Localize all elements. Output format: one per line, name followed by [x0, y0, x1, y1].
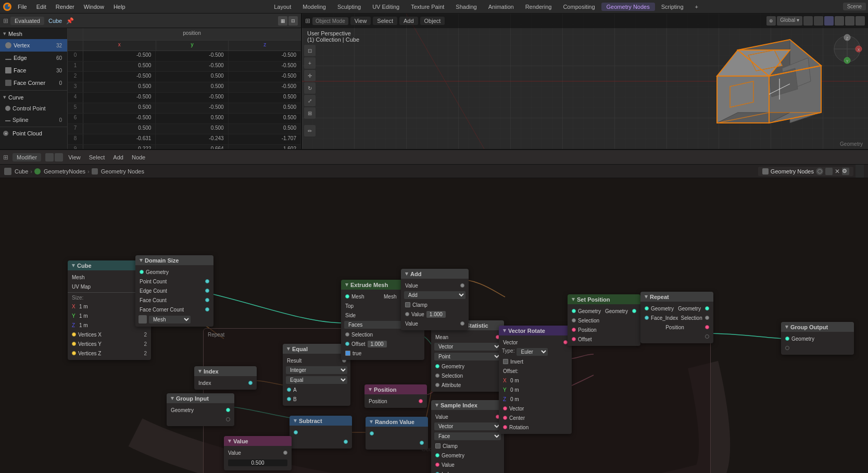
- ne-select-menu[interactable]: Select: [86, 153, 108, 161]
- viewport-navigation-gizmo[interactable]: Z X Y: [832, 33, 863, 65]
- node-attr-type2-dropdown[interactable]: Point: [434, 353, 501, 360]
- node-index[interactable]: ▾ Index Index: [194, 366, 257, 390]
- tab-geometry-nodes[interactable]: Geometry Nodes: [601, 3, 655, 11]
- ss-pin-btn[interactable]: 📌: [66, 17, 74, 24]
- mesh-item-edge[interactable]: Edge 60: [0, 52, 67, 64]
- mesh-item-face-corner[interactable]: Face Corner 0: [0, 77, 67, 89]
- curve-item-spline[interactable]: Spline 0: [0, 114, 67, 126]
- vp-xray-icon[interactable]: [856, 16, 865, 26]
- vp-transform-icon[interactable]: [814, 16, 823, 26]
- node-repeat[interactable]: ▾ Repeat Geometry Geometry Face_Index: [640, 292, 713, 343]
- vp-rotate-btn[interactable]: ↻: [304, 82, 316, 94]
- ne-collapse-btn[interactable]: [856, 165, 864, 178]
- menu-render[interactable]: Render: [52, 3, 79, 11]
- menu-help[interactable]: Help: [109, 3, 130, 11]
- tab-rendering[interactable]: Rendering: [520, 3, 557, 11]
- node-domain-size[interactable]: ▾ Domain Size Geometry Point Count: [135, 255, 213, 327]
- node-equal-op-dropdown[interactable]: Equal: [286, 376, 347, 384]
- tab-add[interactable]: +: [690, 3, 703, 11]
- node-add[interactable]: ▾ Add Value Add: [401, 269, 469, 330]
- tab-scripting[interactable]: Scripting: [656, 3, 689, 11]
- vp-select-box-btn[interactable]: ⊡: [304, 45, 316, 56]
- tab-texture-paint[interactable]: Texture Paint: [406, 3, 449, 11]
- ne-panel-settings[interactable]: ⚙: [842, 168, 849, 175]
- vertex-count: 32: [56, 43, 62, 48]
- node-equal[interactable]: ▾ Equal Result Integer: [283, 344, 350, 406]
- node-extrude-ind-check[interactable]: [345, 351, 350, 356]
- node-domain-mesh-dropdown[interactable]: Mesh: [149, 316, 191, 323]
- ne-modifier-dropdown[interactable]: Modifier: [12, 153, 41, 161]
- node-equal-type-dropdown[interactable]: Integer: [286, 366, 347, 374]
- vp-select-menu[interactable]: Select: [373, 17, 397, 25]
- node-extrude-offset-val[interactable]: 1.000: [368, 341, 387, 347]
- menu-file[interactable]: File: [14, 3, 31, 11]
- vp-object-menu[interactable]: Object: [420, 17, 445, 25]
- vp-transform-btn[interactable]: ⊞: [304, 107, 316, 119]
- vp-scale-btn[interactable]: ⤢: [304, 95, 316, 106]
- ne-node-menu[interactable]: Node: [129, 153, 148, 161]
- vp-cursor-btn[interactable]: +: [304, 57, 316, 69]
- node-sub-in-socket: [294, 430, 298, 434]
- node-value-input[interactable]: [228, 459, 287, 466]
- vp-global-dropdown[interactable]: Global ▾: [777, 16, 802, 26]
- ne-panel-shield[interactable]: ◯: [816, 168, 823, 175]
- node-random-value[interactable]: ▾ Random Value: [366, 417, 428, 450]
- vp-icon-global[interactable]: ⊕: [766, 16, 776, 26]
- tab-layout[interactable]: Layout: [269, 3, 296, 11]
- vp-wire-icon[interactable]: [845, 16, 854, 26]
- vp-snapping-icon[interactable]: [803, 16, 813, 26]
- ne-add-menu[interactable]: Add: [110, 153, 127, 161]
- node-vecrot-type-dropdown[interactable]: Euler: [517, 348, 548, 356]
- node-attr-stat[interactable]: ▾ Attribute Statistic Mean Vector: [431, 320, 504, 392]
- filter-icon-1[interactable]: ▦: [278, 16, 287, 26]
- menu-edit[interactable]: Edit: [32, 3, 51, 11]
- vp-overlay-icon[interactable]: [824, 16, 834, 26]
- vp-shading-icon[interactable]: [835, 16, 844, 26]
- vp-add-menu[interactable]: Add: [399, 17, 418, 25]
- tab-shading[interactable]: Shading: [450, 3, 482, 11]
- node-editor[interactable]: ⊞ Modifier View Select Add Node Cube › G…: [0, 150, 868, 473]
- node-vecrot-invert-check[interactable]: [503, 359, 508, 364]
- tab-animation[interactable]: Animation: [483, 3, 519, 11]
- node-sample-clamp-check[interactable]: [435, 443, 441, 449]
- ss-evaluated-dropdown[interactable]: Evaluated: [10, 17, 44, 25]
- ne-icon-2[interactable]: [55, 153, 63, 161]
- vp-move-btn[interactable]: ✛: [304, 70, 316, 81]
- node-canvas[interactable]: ▾ Cube Mesh UV Map Size:: [0, 177, 868, 473]
- vp-annotate-btn[interactable]: ✏: [304, 125, 316, 136]
- mesh-item-face[interactable]: Face 30: [0, 64, 67, 77]
- tab-uv-editing[interactable]: UV Editing: [367, 3, 405, 11]
- node-add-value-display[interactable]: 1.000: [426, 311, 446, 318]
- node-vector-rotate[interactable]: ▾ Vector Rotate Vector Type: Euler: [499, 326, 572, 434]
- node-sample-type2-dropdown[interactable]: Face: [434, 432, 501, 440]
- viewport-3d[interactable]: ⊞ Object Mode View Select Add Object ⊕ G…: [302, 14, 868, 149]
- edge-icon: [5, 59, 11, 60]
- menu-window[interactable]: Window: [80, 3, 108, 11]
- tab-modeling[interactable]: Modeling: [297, 3, 331, 11]
- vp-view-menu[interactable]: View: [350, 17, 371, 25]
- node-position[interactable]: ▾ Position Position: [364, 384, 427, 408]
- node-subtract[interactable]: ▾ Subtract: [290, 416, 352, 449]
- ne-panel-close[interactable]: ✕: [835, 168, 840, 175]
- vp-mode-dropdown[interactable]: Object Mode: [312, 17, 348, 25]
- node-sample-type1-dropdown[interactable]: Vector: [434, 422, 501, 430]
- node-add-clamp-check[interactable]: [405, 302, 410, 307]
- point-cloud-item[interactable]: Point Cloud: [0, 128, 67, 139]
- tab-sculpting[interactable]: Sculpting: [332, 3, 366, 11]
- ne-view-menu[interactable]: View: [65, 153, 84, 161]
- scene-selector[interactable]: Scene: [843, 3, 866, 10]
- tab-compositing[interactable]: Compositing: [558, 3, 600, 11]
- filter-icon-2[interactable]: ⊟: [288, 16, 298, 26]
- node-value[interactable]: ▾ Value Value: [224, 436, 292, 470]
- node-add-op-dropdown[interactable]: Add: [404, 291, 466, 299]
- ne-icon-1[interactable]: [45, 153, 54, 161]
- mesh-item-vertex[interactable]: Vertex 32: [0, 39, 67, 52]
- node-group-output[interactable]: ▾ Group Output Geometry: [781, 322, 854, 355]
- node-sample-index[interactable]: ▾ Sample Index Value Vector: [431, 400, 504, 473]
- curve-item-control-point[interactable]: Control Point: [0, 103, 67, 114]
- node-group-input[interactable]: ▾ Group Input Geometry: [167, 393, 234, 426]
- node-attr-type1-dropdown[interactable]: Vector: [434, 343, 501, 351]
- ne-panel-copy[interactable]: [825, 168, 833, 175]
- node-gi-geo-row: Geometry: [167, 405, 234, 415]
- node-set-position[interactable]: ▾ Set Position Geometry Geometry Selecti: [568, 294, 640, 346]
